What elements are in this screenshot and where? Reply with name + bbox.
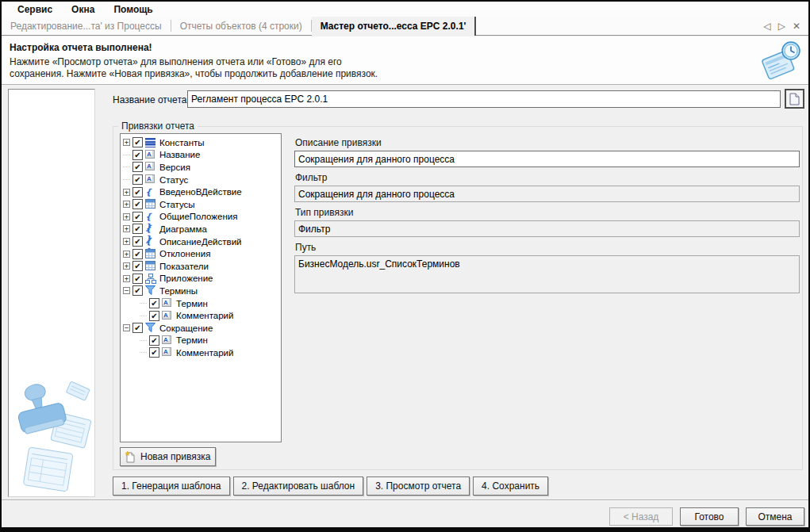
collapse-icon[interactable]: − <box>123 287 130 294</box>
expand-icon[interactable]: + <box>123 201 130 208</box>
tree-item-checkbox[interactable]: ✔ <box>132 236 143 247</box>
tree-item[interactable]: +✔{ }ОписаниеДействий <box>121 235 281 248</box>
tree-item[interactable]: +✔Константы <box>121 136 281 149</box>
expand-icon[interactable]: + <box>123 225 130 232</box>
bindings-group-title: Привязки отчета <box>118 121 198 132</box>
tree-item-checkbox[interactable]: ✔ <box>132 174 143 185</box>
bindings-tree[interactable]: +✔Константы✔AНазвание✔AВерсия✔AСтатус+✔{… <box>120 133 282 442</box>
wizard-instructions-line1: Нажмите «Просмотр отчета» для выполнения… <box>10 56 808 68</box>
tree-item[interactable]: ✔AКомментарий <box>121 309 281 322</box>
tree-item[interactable]: ✔AВерсия <box>121 161 281 174</box>
filter-icon <box>145 323 156 333</box>
tree-item-label: Сокращение <box>159 323 213 333</box>
binding-type-input: Фильтр <box>294 220 800 237</box>
tree-item-checkbox[interactable]: ✔ <box>132 137 143 147</box>
tree-item[interactable]: +✔Статусы <box>121 198 281 211</box>
braces-icon: { } <box>145 224 156 234</box>
tree-item[interactable]: +✔Отклонения <box>121 247 281 260</box>
braces-icon: { } <box>145 236 156 247</box>
cancel-button[interactable]: Отмена <box>746 507 804 526</box>
tree-item-checkbox[interactable]: ✔ <box>132 162 143 172</box>
tree-item[interactable]: +✔{ }ОбщиеПоложения <box>121 211 281 224</box>
tree-item-checkbox[interactable]: ✔ <box>132 285 143 296</box>
tree-item-label: Приложение <box>159 274 213 283</box>
new-binding-button[interactable]: Новая привязка <box>120 447 216 466</box>
tree-item-checkbox[interactable]: ✔ <box>149 311 159 321</box>
tree-item[interactable]: ✔AСтатус <box>121 174 281 186</box>
back-button: < Назад <box>609 507 673 526</box>
tree-item-checkbox[interactable]: ✔ <box>149 347 159 358</box>
tree-item-label: Статусы <box>159 200 195 209</box>
tree-item-label: Статус <box>159 175 188 185</box>
tree-item-checkbox[interactable]: ✔ <box>149 335 159 346</box>
tab-navigation: ◁ ▷ ✕ <box>763 17 808 35</box>
menu-service[interactable]: Сервис <box>8 4 62 15</box>
wizard-status-title: Настройка отчета выполнена! <box>10 42 808 53</box>
tree-item[interactable]: +✔Приложение <box>121 273 281 285</box>
new-binding-button-label: Новая привязка <box>140 451 210 462</box>
tree-item[interactable]: −✔Сокращение <box>121 322 281 335</box>
tree-item-label: Отклонения <box>159 249 210 258</box>
report-template-button[interactable] <box>785 89 804 109</box>
step-generate-template-button[interactable]: 1. Генерация шаблона <box>113 477 230 496</box>
tree-item-label: ВведеноВДействие <box>159 187 242 197</box>
menu-help[interactable]: Помощь <box>104 4 162 15</box>
step-save-button[interactable]: 4. Сохранить <box>473 477 548 496</box>
tree-item-checkbox[interactable]: ✔ <box>132 150 143 160</box>
expand-icon[interactable]: + <box>123 238 130 245</box>
tree-item-label: Комментарий <box>176 311 233 320</box>
tree-item-checkbox[interactable]: ✔ <box>132 212 143 222</box>
expand-icon[interactable]: + <box>123 262 130 270</box>
tree-item[interactable]: ✔AТермин <box>121 297 281 310</box>
tab-object-reports[interactable]: Отчеты объектов (4 строки) <box>171 17 311 35</box>
new-page-star-icon <box>125 451 135 463</box>
tree-item[interactable]: ✔AТермин <box>121 335 281 347</box>
finish-button[interactable]: Готово <box>680 507 739 526</box>
tree-guide-line <box>123 166 130 167</box>
tree-item-label: Термины <box>159 286 198 296</box>
tree-item-label: Термин <box>176 299 208 308</box>
tree-item-checkbox[interactable]: ✔ <box>132 249 143 259</box>
prev-tab-icon[interactable]: ◁ <box>763 21 770 32</box>
tree-item-label: ОбщиеПоложения <box>159 212 237 221</box>
tree-item[interactable]: +✔{ }ВведеноВДействие <box>121 186 281 198</box>
tree-item-checkbox[interactable]: ✔ <box>132 274 143 284</box>
list-icon <box>145 137 156 147</box>
tree-item-checkbox[interactable]: ✔ <box>132 323 143 333</box>
binding-description-input[interactable]: Сокращения для данного процесса <box>294 151 800 167</box>
report-name-label: Название отчета: <box>113 94 190 105</box>
tree-guide-line <box>140 303 147 304</box>
tree-item[interactable]: ✔AКомментарий <box>121 346 281 359</box>
report-name-input[interactable]: Регламент процесса EPC 2.0.1 <box>187 90 781 108</box>
tree-item-checkbox[interactable]: ✔ <box>132 224 143 234</box>
close-tab-icon[interactable]: ✕ <box>793 21 800 32</box>
tree-item-checkbox[interactable]: ✔ <box>132 187 143 197</box>
collapse-icon[interactable]: − <box>123 324 130 331</box>
field-icon: A <box>162 347 173 358</box>
expand-icon[interactable]: + <box>123 213 130 220</box>
tab-edit-processes[interactable]: Редактирование...та' из Процессы <box>2 17 171 35</box>
expand-icon[interactable]: + <box>123 139 130 146</box>
report-wizard-window: Сервис Окна Помощь Редактирование...та' … <box>0 0 810 532</box>
tree-item-label: Комментарий <box>176 348 233 358</box>
tree-item-checkbox[interactable]: ✔ <box>132 261 143 271</box>
tree-item[interactable]: ✔AНазвание <box>121 149 281 162</box>
step-edit-template-button[interactable]: 2. Редактировать шаблон <box>233 477 364 496</box>
wizard-step-buttons: 1. Генерация шаблона 2. Редактировать ша… <box>113 477 548 496</box>
tree-item[interactable]: +✔{ }Диаграмма <box>121 223 281 235</box>
expand-icon[interactable]: + <box>123 189 130 196</box>
menu-windows[interactable]: Окна <box>62 4 104 15</box>
field-icon: A <box>145 162 156 172</box>
tree-item[interactable]: +✔Показатели <box>121 260 281 273</box>
tree-item-checkbox[interactable]: ✔ <box>149 298 159 308</box>
tree-item-label: Константы <box>159 138 205 147</box>
expand-icon[interactable]: + <box>123 251 130 258</box>
field-icon: A <box>145 150 156 160</box>
step-preview-report-button[interactable]: 3. Просмотр отчета <box>367 477 470 496</box>
tree-guide-line <box>140 352 147 353</box>
tab-report-wizard[interactable]: Мастер отчето...есса EPC 2.0.1' <box>312 17 477 36</box>
tree-item[interactable]: −✔Термины <box>121 285 281 297</box>
next-tab-icon[interactable]: ▷ <box>778 21 785 32</box>
expand-icon[interactable]: + <box>123 275 130 282</box>
tree-item-checkbox[interactable]: ✔ <box>132 199 143 209</box>
